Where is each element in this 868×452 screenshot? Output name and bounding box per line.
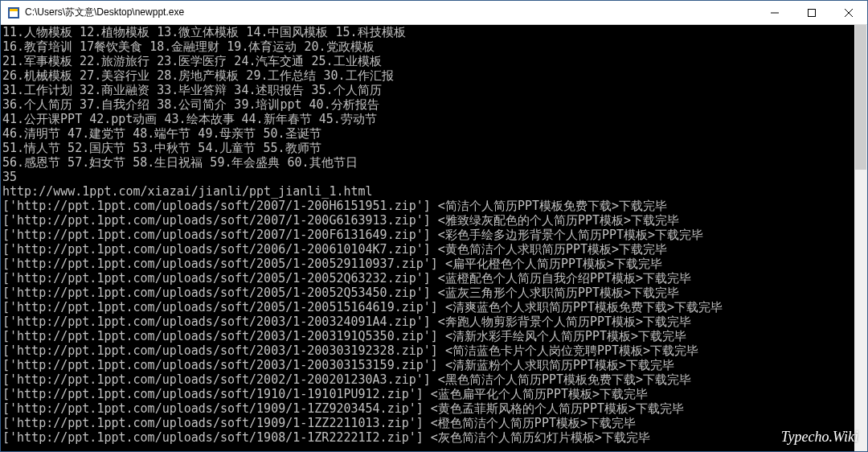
svg-rect-4 <box>809 9 816 16</box>
close-button[interactable] <box>830 1 867 24</box>
window-controls <box>756 1 867 24</box>
vertical-scrollbar[interactable] <box>854 25 867 451</box>
minimize-button[interactable] <box>756 1 793 24</box>
svg-rect-2 <box>10 9 18 11</box>
window-title: C:\Users\苏文意\Desktop\newppt.exe <box>25 6 756 19</box>
scrollbar-thumb[interactable] <box>855 25 866 170</box>
titlebar[interactable]: C:\Users\苏文意\Desktop\newppt.exe <box>1 1 867 25</box>
maximize-button[interactable] <box>793 1 830 24</box>
console-output[interactable]: 11.人物模板 12.植物模板 13.微立体模板 14.中国风模板 15.科技模… <box>1 25 867 451</box>
application-window: C:\Users\苏文意\Desktop\newppt.exe 11.人物模板 … <box>0 0 868 452</box>
app-icon <box>7 6 20 19</box>
